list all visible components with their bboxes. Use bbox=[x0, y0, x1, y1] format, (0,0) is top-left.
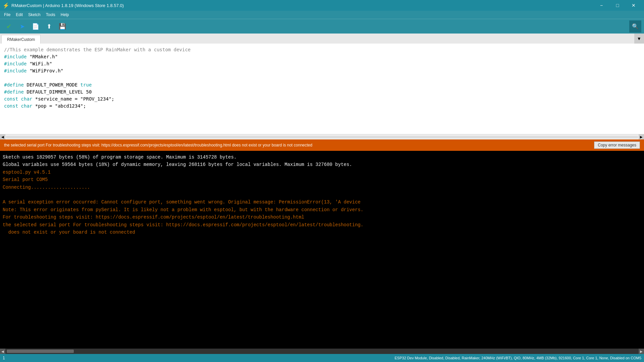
console-line-6 bbox=[3, 191, 641, 198]
window-title: RMakerCustom | Arduino 1.8.19 (Windows S… bbox=[11, 3, 124, 8]
scroll-track bbox=[6, 136, 638, 138]
upload-button[interactable]: ➤ bbox=[16, 20, 28, 33]
editor-scrollbar[interactable]: ◀ ▶ bbox=[0, 134, 644, 139]
scroll-right-button[interactable]: ▶ bbox=[639, 134, 644, 140]
scroll-left-button[interactable]: ◀ bbox=[0, 134, 5, 140]
console-line-7: A serial exception error occurred: Canno… bbox=[3, 198, 641, 206]
console-section: Sketch uses 1829057 bytes (58%) of progr… bbox=[0, 151, 644, 354]
tab-rmakercustom[interactable]: RMakerCustom bbox=[1, 35, 41, 44]
minimize-button[interactable]: − bbox=[594, 0, 609, 11]
title-bar-left: ⚡ RMakerCustom | Arduino 1.8.19 (Windows… bbox=[3, 2, 124, 9]
console-line-4: Serial port COM5 bbox=[3, 176, 641, 183]
console-output[interactable]: Sketch uses 1829057 bytes (58%) of progr… bbox=[0, 151, 644, 349]
title-bar-controls: − □ ✕ bbox=[594, 0, 641, 11]
status-line-number: 1 bbox=[3, 356, 5, 360]
console-scroll-right[interactable]: ▶ bbox=[639, 349, 644, 354]
console-line-11: does not exist or your board is not conn… bbox=[3, 229, 641, 236]
menu-sketch[interactable]: Sketch bbox=[25, 12, 43, 18]
error-message: the selected serial port For troubleshoo… bbox=[4, 143, 312, 147]
serial-monitor-button[interactable]: 🔍 bbox=[629, 20, 641, 33]
new-button[interactable]: 📄 bbox=[30, 20, 42, 33]
tab-dropdown-button[interactable]: ▼ bbox=[634, 34, 644, 44]
copy-error-button[interactable]: Copy error messages bbox=[594, 141, 640, 149]
console-line-3: esptool.py v4.5.1 bbox=[3, 169, 641, 176]
menu-help[interactable]: Help bbox=[58, 12, 72, 18]
status-bar: 1 ESP32 Dev Module, Disabled, Disabled, … bbox=[0, 354, 644, 362]
tab-bar: RMakerCustom ▼ bbox=[0, 34, 644, 44]
status-board-info: ESP32 Dev Module, Disabled, Disabled, Ra… bbox=[395, 356, 641, 360]
console-line-2: Global variables use 59564 bytes (18%) o… bbox=[3, 161, 641, 168]
maximize-button[interactable]: □ bbox=[610, 0, 625, 11]
console-line-10: the selected serial port For troubleshoo… bbox=[3, 221, 641, 229]
console-line-5: Connecting..................... bbox=[3, 184, 641, 191]
save-button[interactable]: 💾 bbox=[56, 20, 68, 33]
console-scroll-left[interactable]: ◀ bbox=[0, 349, 5, 354]
toolbar-right: 🔍 bbox=[629, 20, 641, 33]
verify-button[interactable]: ✔ bbox=[3, 20, 15, 33]
console-line-8: Note: This error originates from pySeria… bbox=[3, 206, 641, 214]
menu-bar: File Edit Sketch Tools Help bbox=[0, 11, 644, 19]
title-bar: ⚡ RMakerCustom | Arduino 1.8.19 (Windows… bbox=[0, 0, 644, 11]
code-editor[interactable]: //This example demonstrates the ESP Rain… bbox=[0, 44, 644, 134]
code-content: //This example demonstrates the ESP Rain… bbox=[1, 46, 643, 110]
menu-edit[interactable]: Edit bbox=[13, 12, 25, 18]
console-scroll-thumb bbox=[7, 350, 74, 353]
toolbar: ✔ ➤ 📄 ⬆ 💾 🔍 bbox=[0, 19, 644, 34]
console-line-9: For troubleshooting steps visit: https:/… bbox=[3, 214, 641, 221]
menu-file[interactable]: File bbox=[1, 12, 13, 18]
console-scrollbar[interactable]: ◀ ▶ bbox=[0, 349, 644, 354]
editor-section: RMakerCustom ▼ //This example demonstrat… bbox=[0, 34, 644, 139]
main-container: RMakerCustom ▼ //This example demonstrat… bbox=[0, 34, 644, 362]
console-scroll-track bbox=[75, 350, 639, 353]
console-line-1: Sketch uses 1829057 bytes (58%) of progr… bbox=[3, 154, 641, 161]
menu-tools[interactable]: Tools bbox=[43, 12, 58, 18]
open-button[interactable]: ⬆ bbox=[43, 20, 55, 33]
close-button[interactable]: ✕ bbox=[626, 0, 641, 11]
app-icon: ⚡ bbox=[3, 2, 9, 9]
error-banner: the selected serial port For troubleshoo… bbox=[0, 139, 644, 151]
tab-label: RMakerCustom bbox=[7, 37, 35, 42]
